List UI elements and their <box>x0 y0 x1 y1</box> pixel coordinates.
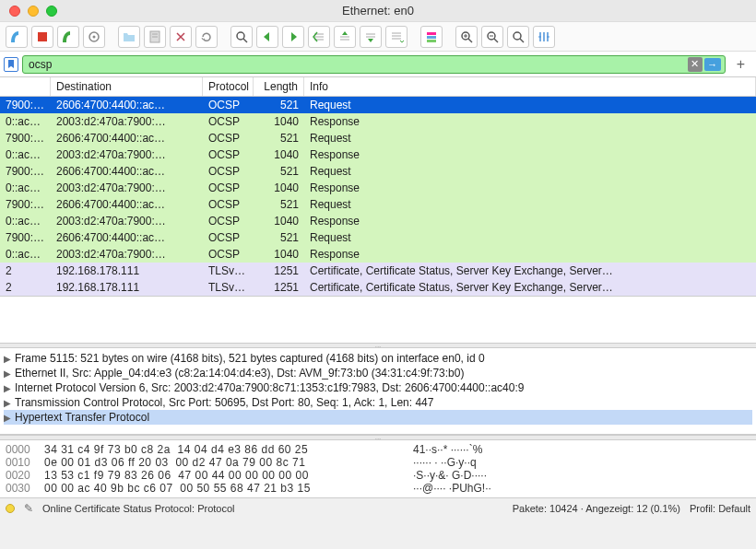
hex-row[interactable]: 002013 53 c1 f9 79 83 26 06 47 00 44 00 … <box>2 469 754 482</box>
tree-row[interactable]: ▶Transmission Control Protocol, Src Port… <box>4 395 752 410</box>
packet-list-empty-area <box>0 297 756 343</box>
zoom-in-button[interactable] <box>455 26 478 48</box>
expand-icon[interactable]: ▶ <box>4 383 15 393</box>
packet-details-tree[interactable]: ▶Frame 5115: 521 bytes on wire (4168 bit… <box>0 348 756 435</box>
status-left: Online Certificate Status Protocol: Prot… <box>42 503 503 514</box>
colorize-button[interactable] <box>420 26 443 48</box>
hex-row[interactable]: 003000 00 ac 40 9b bc c6 07 00 50 55 68 … <box>2 482 754 495</box>
save-file-button[interactable] <box>144 26 166 48</box>
col-info[interactable]: Info <box>304 77 756 96</box>
tree-row[interactable]: ▶Internet Protocol Version 6, Src: 2003:… <box>4 380 752 395</box>
capture-options-button[interactable] <box>83 26 105 48</box>
tree-row[interactable]: ▶Frame 5115: 521 bytes on wire (4168 bit… <box>4 351 752 366</box>
packet-row[interactable]: 0::ac…2003:d2:470a:7900:…OCSP1040Respons… <box>0 180 756 196</box>
main-toolbar <box>0 22 756 52</box>
filter-bookmark-button[interactable] <box>4 57 18 72</box>
clear-filter-button[interactable]: ✕ <box>688 57 703 72</box>
svg-line-12 <box>468 39 472 42</box>
tree-row[interactable]: ▶Ethernet II, Src: Apple_04:d4:e3 (c8:2a… <box>4 366 752 380</box>
prev-packet-button[interactable] <box>256 26 278 48</box>
tree-row[interactable]: ▶Hypertext Transfer Protocol <box>4 410 752 425</box>
packet-row[interactable]: 0::ac…2003:d2:470a:7900:…OCSP1040Respons… <box>0 246 756 263</box>
titlebar: Ethernet: en0 <box>0 0 756 22</box>
close-file-button[interactable] <box>170 26 192 48</box>
display-filter-input[interactable]: ocsp ✕ → <box>22 55 726 74</box>
col-destination[interactable]: Destination <box>51 77 203 96</box>
apply-filter-button[interactable]: → <box>704 58 721 71</box>
packet-list[interactable]: Destination Protocol Length Info 7900:…2… <box>0 77 756 297</box>
packet-row[interactable]: 7900:…2606:4700:4400::ac…OCSP521Request <box>0 163 756 180</box>
packet-row[interactable]: 2192.168.178.111TLSv1…1251Certificate, C… <box>0 279 756 296</box>
packet-list-header[interactable]: Destination Protocol Length Info <box>0 77 756 97</box>
zoom-reset-button[interactable] <box>507 26 529 48</box>
svg-rect-9 <box>427 36 436 39</box>
zoom-out-button[interactable] <box>481 26 503 48</box>
svg-rect-8 <box>427 32 436 35</box>
packet-row[interactable]: 7900:…2606:4700:4400::ac…OCSP521Request <box>0 97 756 113</box>
open-file-button[interactable] <box>118 26 140 48</box>
goto-last-button[interactable] <box>360 26 382 48</box>
goto-packet-button[interactable] <box>308 26 330 48</box>
svg-line-19 <box>520 39 524 42</box>
expand-icon[interactable]: ▶ <box>4 413 15 423</box>
col-length[interactable]: Length <box>254 77 304 96</box>
col-source[interactable] <box>0 77 51 96</box>
hex-row[interactable]: 00100e 00 01 d3 06 ff 20 03 00 d2 47 0a … <box>2 456 754 469</box>
svg-line-16 <box>494 39 498 42</box>
svg-rect-10 <box>427 40 436 42</box>
status-packets: Pakete: 10424 · Angezeigt: 12 (0.1%) <box>513 503 680 514</box>
col-protocol[interactable]: Protocol <box>203 77 254 96</box>
packet-bytes[interactable]: 000034 31 c4 9f 73 b0 c8 2a 14 04 d4 e3 … <box>0 440 756 497</box>
stop-capture-button[interactable] <box>31 26 53 48</box>
hex-row[interactable]: 000034 31 c4 9f 73 b0 c8 2a 14 04 d4 e3 … <box>2 443 754 456</box>
close-icon[interactable] <box>9 6 20 17</box>
svg-point-6 <box>237 32 244 40</box>
svg-point-2 <box>93 35 96 38</box>
reload-button[interactable] <box>195 26 218 48</box>
filter-bar: ocsp ✕ → + <box>0 52 756 77</box>
packet-row[interactable]: 7900:…2606:4700:4400::ac…OCSP521Request <box>0 229 756 246</box>
packet-row[interactable]: 0::ac…2003:d2:470a:7900:…OCSP1040Respons… <box>0 113 756 130</box>
expert-info-icon[interactable] <box>6 504 15 513</box>
status-profile[interactable]: Profil: Default <box>690 503 750 514</box>
filter-text: ocsp <box>29 58 52 71</box>
packet-row[interactable]: 0::ac…2003:d2:470a:7900:…OCSP1040Respons… <box>0 146 756 163</box>
packet-row[interactable]: 7900:…2606:4700:4400::ac…OCSP521Request <box>0 130 756 146</box>
autoscroll-button[interactable] <box>385 26 408 48</box>
expand-icon[interactable]: ▶ <box>4 354 15 364</box>
svg-line-7 <box>243 39 247 42</box>
restart-capture-button[interactable] <box>57 26 79 48</box>
svg-rect-0 <box>38 32 47 41</box>
svg-point-18 <box>514 32 521 40</box>
traffic-lights <box>0 6 57 17</box>
packet-row[interactable]: 7900:…2606:4700:4400::ac…OCSP521Request <box>0 196 756 213</box>
edit-icon[interactable]: ✎ <box>24 502 33 515</box>
expand-icon[interactable]: ▶ <box>4 368 15 379</box>
start-capture-button[interactable] <box>6 26 28 48</box>
zoom-icon[interactable] <box>46 6 57 17</box>
resize-columns-button[interactable] <box>533 26 555 48</box>
goto-first-button[interactable] <box>334 26 356 48</box>
window-title: Ethernet: en0 <box>342 4 414 18</box>
status-bar: ✎ Online Certificate Status Protocol: Pr… <box>0 497 756 518</box>
minimize-icon[interactable] <box>28 6 39 17</box>
expand-icon[interactable]: ▶ <box>4 398 15 408</box>
add-filter-button[interactable]: + <box>729 56 752 73</box>
packet-row[interactable]: 0::ac…2003:d2:470a:7900:…OCSP1040Respons… <box>0 213 756 229</box>
next-packet-button[interactable] <box>282 26 304 48</box>
packet-row[interactable]: 2192.168.178.111TLSv1…1251Certificate, C… <box>0 263 756 279</box>
find-button[interactable] <box>230 26 253 48</box>
